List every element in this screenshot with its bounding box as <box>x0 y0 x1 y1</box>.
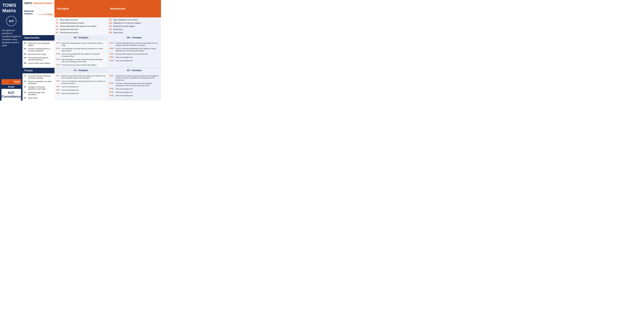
svg-marker-0 <box>8 80 14 83</box>
tows-arrow: TOWS <box>38 13 53 16</box>
opportunities-header: Opportunities <box>22 35 54 41</box>
threats-content-row: T1Economic downturn affecting consumer s… <box>22 73 161 101</box>
threat-code: T1 <box>24 75 28 77</box>
opportunity-text: Incorporate technology for improved effi… <box>28 57 53 61</box>
sw-items-row: S1Wide range of productsS2Established di… <box>22 17 161 35</box>
strength-code: S5 <box>56 32 60 34</box>
st-strategies-header: ST - Strategies <box>54 68 108 73</box>
weaknesses-header: Weaknesses <box>108 0 161 17</box>
threat-item: T1Economic downturn affecting consumer s… <box>24 74 53 80</box>
st-strategy-item: ST.1 Maintain strong relationships with … <box>56 74 106 80</box>
so-strategy-item: SO.2 Use technology to increase efficien… <box>56 47 106 52</box>
opportunity-code: O1 <box>24 42 28 44</box>
wt-strategy-item: WT.5 Insert new strategy here <box>110 94 159 97</box>
opportunity-item: O2Increase marketing efforts to increase… <box>24 47 53 52</box>
st-strategy-code: ST.3 <box>56 86 62 87</box>
wt-label: WT - Strategies <box>127 69 142 71</box>
so-strategy-text: Use technology to increase efficiency an… <box>62 48 106 52</box>
sidebar-tagline: Our goal is to provide an excellent supp… <box>2 29 21 79</box>
wo-strategy-code: WO.4 <box>110 56 116 58</box>
threat-item: T2Intense competition from other distrib… <box>24 80 53 85</box>
strength-text: Wide range of products <box>60 19 78 21</box>
matrix-main: SWOT Internal Factors External Factors T… <box>22 0 161 101</box>
wo-strategy-text: Focus on improving relationships with su… <box>116 48 159 52</box>
st-strategy-text: Focus on maintaining a strong financial … <box>62 80 106 85</box>
opportunities-items: O1Expand into new geographic regionsO2In… <box>22 41 54 68</box>
st-strategy-item: ST.4 Insert new strategy here <box>56 88 106 92</box>
wo-strategy-item: WO.4 Insert new strategy here <box>110 56 159 59</box>
wt-strategy-text: Consider forming partnerships with other… <box>116 82 159 87</box>
so-label: SO - Strategies <box>74 36 88 39</box>
wo-label: WO - Strategies <box>127 36 142 39</box>
so-strategy-code: SO.2 <box>56 48 62 49</box>
wo-strategy-text: Insert new strategy here <box>116 60 133 62</box>
so-strategy-text: Expand into new geographic regions and d… <box>62 42 106 46</box>
weakness-text: High competition in the industry <box>113 19 138 21</box>
weakness-item: W3Relatively low profit margins <box>109 25 160 28</box>
threat-text: Changes in consumer preferences and habi… <box>28 86 53 90</box>
strength-item: S3Strong relationships with suppliers an… <box>56 25 106 28</box>
wt-strategy-item: WT.3 Insert new strategy here <box>110 87 159 91</box>
so-strategy-item: SO.5 In House financing to launch online… <box>56 63 106 67</box>
st-strategy-item: ST.5 Insert new strategy here <box>56 92 106 95</box>
opportunity-item: O4Incorporate technology for improved ef… <box>24 56 53 61</box>
st-strategy-text: Insert new strategy here <box>62 92 78 95</box>
st-strategy-code: ST.1 <box>56 75 62 77</box>
strength-text: Strong relationships with suppliers and … <box>60 25 96 27</box>
threat-text: Intense competition from other distribut… <box>28 80 53 85</box>
wt-strategy-code: WT.4 <box>110 91 116 93</box>
wt-strategy-text: Implement cost-cutting measures to impro… <box>116 75 159 81</box>
logo-text: ecf <box>9 19 14 23</box>
equity-bar: Equity <box>2 84 21 89</box>
opportunity-code: O4 <box>24 57 28 59</box>
main-container: TOWSMatrix ecf Our goal is to provide an… <box>0 0 161 101</box>
wo-strategy-text: Insert new strategy here <box>116 56 133 58</box>
wt-strategy-text: Insert new strategy here <box>116 91 133 93</box>
opportunity-text: Diversify product range <box>28 53 46 55</box>
so-strategy-code: SO.3 <box>56 53 62 55</box>
strengths-items: S1Wide range of productsS2Established di… <box>54 17 108 35</box>
threats-header: Threats <box>22 68 54 73</box>
st-strategy-text: Insert new strategy here <box>62 86 78 88</box>
header-row: SWOT Internal Factors External Factors T… <box>22 0 161 17</box>
wo-strategies-header: WO - Strategies <box>108 35 161 41</box>
tows-label: TOWS <box>46 13 53 16</box>
threat-code: T2 <box>24 80 28 83</box>
wt-strategy-item: WT.1 Implement cost-cutting measures to … <box>110 74 159 82</box>
sidebar-title: TOWSMatrix <box>2 2 21 13</box>
strength-item: S4Experienced sales team <box>56 28 106 31</box>
so-strategy-item: SO.3 Use the strong relationship with su… <box>56 52 106 58</box>
st-strategy-text: Maintain strong relationships with suppl… <box>62 75 106 79</box>
opportunity-text: Expand into new geographic regions <box>28 42 53 46</box>
so-strategy-code: SO.4 <box>56 58 62 60</box>
st-strategy-item: ST.2 Focus on maintaining a strong finan… <box>56 80 106 85</box>
so-strategies-header: SO - Strategies <box>54 35 108 41</box>
strength-text: Experienced sales team <box>60 28 78 30</box>
strength-text: Strong financial position <box>60 32 78 34</box>
threat-code: T5 <box>24 97 28 99</box>
opportunity-text: Increase marketing efforts to increase a… <box>28 48 53 52</box>
wo-strategies-content: WO.1 Increase marketing efforts to impro… <box>108 41 161 68</box>
wo-strategy-code: WO.1 <box>110 42 116 44</box>
equity-label: Equity <box>8 86 14 88</box>
st-strategy-text: Insert new strategy here <box>62 89 78 91</box>
weakness-text: Relatively low profit margins <box>113 25 135 27</box>
wt-strategy-code: WT.5 <box>110 95 116 96</box>
wo-strategy-code: WO.3 <box>110 53 116 55</box>
sidebar: TOWSMatrix ecf Our goal is to provide an… <box>0 0 22 101</box>
logo-circle: ecf <box>6 16 16 26</box>
strength-item: S2Established distribution network <box>56 21 106 25</box>
wo-strategy-item: WO.2 Focus on improving relationships wi… <box>110 47 159 52</box>
weakness-code: W1 <box>109 19 113 21</box>
swot-cell: SWOT Internal Factors External Factors T… <box>22 0 54 17</box>
strengths-label: Strengths <box>57 7 69 10</box>
swot-label: SWOT <box>24 2 32 5</box>
threats-items: T1Economic downturn affecting consumer s… <box>22 73 54 101</box>
so-strategy-item: SO.4 Take advantage from sales experienc… <box>56 58 106 63</box>
wt-strategy-item: WT.4 Insert new strategy here <box>110 91 159 94</box>
footer-line2: Consultancy <box>2 95 21 98</box>
wo-strategy-text: Increase sales volume to increase profit… <box>116 53 148 55</box>
threats-label: Threats <box>24 69 33 72</box>
so-strategy-text: In House financing to launch online sale… <box>62 64 97 66</box>
st-strategy-item: ST.3 Insert new strategy here <box>56 85 106 88</box>
